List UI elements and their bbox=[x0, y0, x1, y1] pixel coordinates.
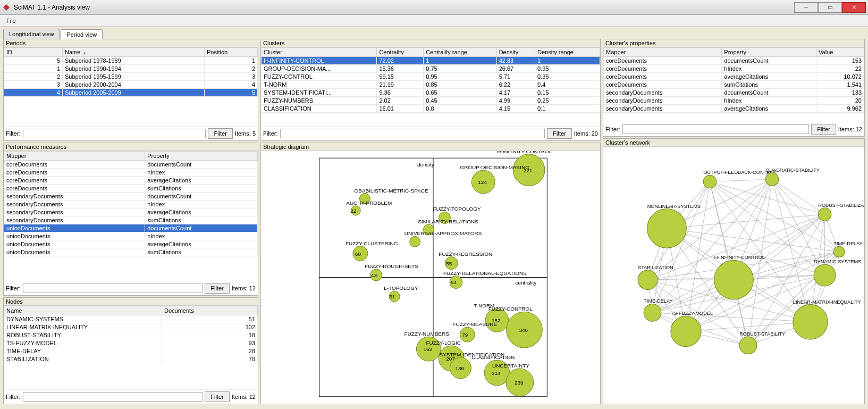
table-row[interactable]: LINEAR-MATRIX-INEQUALITY102 bbox=[4, 323, 258, 331]
table-row[interactable]: unionDocumentsaverageCitations bbox=[4, 240, 258, 248]
periods-col-name[interactable]: Name bbox=[63, 48, 205, 57]
table-row[interactable]: coreDocumentsaverageCitations bbox=[4, 177, 258, 185]
table-row[interactable]: 5Subperiod 1978-19891 bbox=[4, 57, 258, 65]
svg-point-133 bbox=[671, 316, 701, 347]
table-row[interactable]: coreDocumentsdocumentsCount153 bbox=[604, 57, 864, 65]
nodes-filter-input[interactable] bbox=[23, 392, 203, 402]
svg-text:TIME-DELAY-SYSTEMS: TIME-DELAY-SYSTEMS bbox=[833, 241, 864, 246]
table-row[interactable]: SYSTEM-IDENTIFICATI...9.360.654.170.15 bbox=[262, 89, 600, 97]
table-row[interactable]: FUZZY-CONTROL59.150.955.710.35 bbox=[262, 73, 600, 81]
table-row[interactable]: ROBUST-STABILITY18 bbox=[4, 331, 258, 339]
clusterprops-filter-input[interactable] bbox=[622, 124, 810, 134]
table-row[interactable]: T-NORM21.190.856.220.4 bbox=[262, 81, 600, 89]
periods-col-id[interactable]: ID bbox=[4, 48, 63, 57]
svg-text:55: 55 bbox=[446, 261, 452, 266]
tab-period[interactable]: Period view bbox=[61, 29, 103, 39]
minimize-button[interactable]: ─ bbox=[794, 2, 818, 13]
tabs: Longitudinal view Period view bbox=[0, 27, 868, 39]
clusters-col-crange[interactable]: Centrality range bbox=[424, 48, 496, 57]
table-row[interactable]: secondaryDocumentssumCitations bbox=[4, 216, 258, 224]
perf-col-property[interactable]: Property bbox=[145, 152, 258, 161]
table-row[interactable]: TIME-DELAY28 bbox=[4, 347, 258, 355]
svg-point-145 bbox=[765, 173, 779, 186]
periods-table[interactable]: ID Name Position 5Subperiod 1978-198911S… bbox=[4, 47, 258, 97]
perf-filter-button[interactable]: Filter bbox=[205, 283, 229, 294]
table-row[interactable]: 2Subperiod 1995-19993 bbox=[4, 73, 258, 81]
maximize-button[interactable]: ▭ bbox=[818, 2, 842, 13]
clusters-col-cluster[interactable]: Cluster bbox=[262, 48, 377, 57]
nodes-col-documents[interactable]: Documents bbox=[162, 306, 258, 315]
close-button[interactable]: ✕ bbox=[842, 2, 866, 13]
nodes-table[interactable]: Name Documents DYNAMIC-SYSTEMS51LINEAR-M… bbox=[4, 306, 258, 363]
svg-line-121 bbox=[710, 179, 772, 181]
clusters-filter-button[interactable]: Filter bbox=[547, 128, 571, 139]
table-row[interactable]: secondaryDocumentsdocumentsCount133 bbox=[604, 89, 864, 97]
table-row[interactable]: coreDocumentsaverageCitations10.072 bbox=[604, 73, 864, 81]
svg-text:ROBUST-STABILIZATION: ROBUST-STABILIZATION bbox=[818, 203, 864, 208]
table-row[interactable]: STABILIZATION70 bbox=[4, 355, 258, 363]
table-row[interactable]: CLASSIFICATION16.010.84.150.1 bbox=[262, 105, 600, 113]
svg-text:FUZZY-REGRESSION: FUZZY-REGRESSION bbox=[439, 251, 492, 257]
periods-filter-button[interactable]: Filter bbox=[208, 128, 232, 139]
clusters-col-density[interactable]: Density bbox=[496, 48, 535, 57]
tab-longitudinal[interactable]: Longitudinal view bbox=[3, 29, 60, 39]
svg-text:H-INFINITY-CONTROL: H-INFINITY-CONTROL bbox=[714, 255, 765, 261]
table-row[interactable]: secondaryDocumentsaverageCitations9.962 bbox=[604, 105, 864, 113]
clusterprops-col-mapper[interactable]: Mapper bbox=[604, 48, 722, 57]
clusterprops-col-value[interactable]: Value bbox=[816, 48, 864, 57]
table-row[interactable]: FUZZY-NUMBERS2.020.454.990.25 bbox=[262, 97, 600, 105]
table-row[interactable]: secondaryDocumentshIndex20 bbox=[604, 97, 864, 105]
clusterprops-table[interactable]: Mapper Property Value coreDocumentsdocum… bbox=[603, 47, 864, 113]
svg-point-137 bbox=[638, 270, 658, 290]
svg-line-82 bbox=[686, 322, 810, 332]
clusters-col-drange[interactable]: Density range bbox=[535, 48, 600, 57]
svg-point-129 bbox=[647, 209, 687, 248]
table-row[interactable]: unionDocumentshIndex bbox=[4, 232, 258, 240]
table-row[interactable]: unionDocumentsdocumentsCount bbox=[4, 224, 258, 232]
svg-text:79: 79 bbox=[462, 332, 468, 338]
svg-point-20 bbox=[410, 236, 420, 247]
table-row[interactable]: DYNAMIC-SYSTEMS51 bbox=[4, 315, 258, 323]
table-row[interactable]: 3Subperiod 2000-20044 bbox=[4, 81, 258, 89]
clusters-table[interactable]: Cluster Centrality Centrality range Dens… bbox=[261, 47, 600, 113]
table-row[interactable]: coreDocumentshIndex22 bbox=[604, 65, 864, 73]
nodes-title: Nodes bbox=[4, 298, 258, 306]
clusters-filter-input[interactable] bbox=[280, 129, 545, 138]
clusters-title: Clusters bbox=[261, 39, 600, 47]
svg-text:QUADRATIC-STABILITY: QUADRATIC-STABILITY bbox=[765, 168, 820, 173]
svg-text:TIME-DELAY: TIME-DELAY bbox=[644, 299, 672, 304]
table-row[interactable]: H-INFINITY-CONTROL72.02142.831 bbox=[262, 57, 600, 65]
periods-filter-input[interactable] bbox=[23, 129, 206, 138]
table-row[interactable]: GROUP-DECISION-MA...15.360.7526.670.95 bbox=[262, 65, 600, 73]
strategic-diagram[interactable]: densitycentralityH-INFINITY-CONTROL221GR… bbox=[261, 151, 600, 404]
strategic-panel: Strategic diagram densitycentralityH-INF… bbox=[260, 143, 601, 404]
perf-filter-input[interactable] bbox=[23, 283, 203, 293]
table-row[interactable]: coreDocumentssumCitations bbox=[4, 185, 258, 193]
perf-table[interactable]: Mapper Property coreDocumentsdocumentsCo… bbox=[4, 151, 258, 256]
table-row[interactable]: coreDocumentssumCitations1,541 bbox=[604, 81, 864, 89]
clusters-col-centrality[interactable]: Centrality bbox=[377, 48, 424, 57]
table-row[interactable]: unionDocumentssumCitations bbox=[4, 248, 258, 256]
nodes-col-name[interactable]: Name bbox=[4, 306, 162, 315]
table-row[interactable]: 4Subperiod 2005-20095 bbox=[4, 89, 258, 97]
table-row[interactable]: coreDocumentsdocumentsCount bbox=[4, 161, 258, 169]
cluster-network[interactable]: H-INFINITY-CONTROLNONLINEAR-SYSTEMSLINEA… bbox=[603, 147, 864, 404]
clusters-panel: Clusters Cluster Centrality Centrality r… bbox=[260, 39, 601, 141]
clusterprops-panel: Cluster's properties Mapper Property Val… bbox=[603, 39, 865, 137]
svg-text:60: 60 bbox=[355, 251, 361, 257]
periods-panel: Periods ID Name Position 5Subperiod 1978… bbox=[3, 39, 258, 141]
table-row[interactable]: 1Subperiod 1990-19942 bbox=[4, 65, 258, 73]
clusterprops-col-property[interactable]: Property bbox=[722, 48, 816, 57]
table-row[interactable]: TS-FUZZY-MODEL93 bbox=[4, 339, 258, 347]
periods-filter-label: Filter: bbox=[6, 130, 21, 137]
nodes-filter-button[interactable]: Filter bbox=[205, 391, 229, 402]
table-row[interactable]: coreDocumentshIndex bbox=[4, 169, 258, 177]
menu-file[interactable]: File bbox=[3, 16, 19, 25]
perf-col-mapper[interactable]: Mapper bbox=[4, 152, 145, 161]
svg-point-127 bbox=[714, 261, 754, 300]
table-row[interactable]: secondaryDocumentshIndex bbox=[4, 201, 258, 208]
periods-col-position[interactable]: Position bbox=[205, 48, 258, 57]
table-row[interactable]: secondaryDocumentsdocumentsCount bbox=[4, 193, 258, 201]
table-row[interactable]: secondaryDocumentsaverageCitations bbox=[4, 208, 258, 216]
clusterprops-filter-button[interactable]: Filter bbox=[811, 124, 836, 135]
